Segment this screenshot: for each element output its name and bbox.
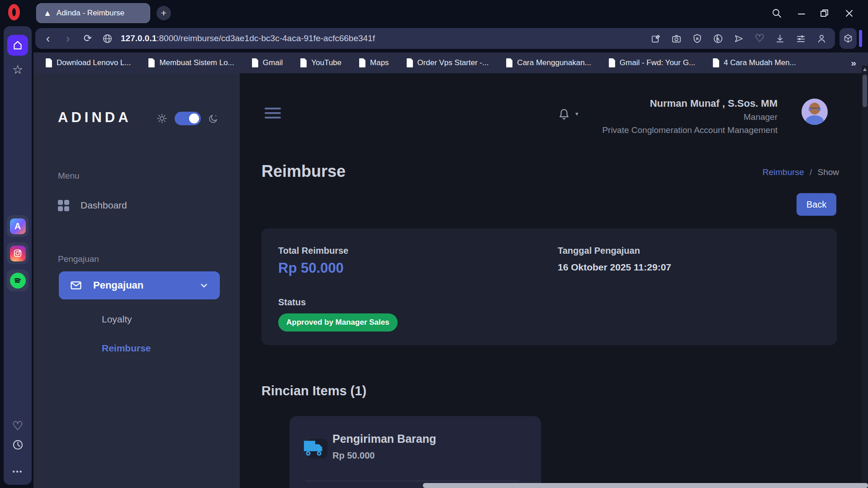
vertical-scrollbar-thumb[interactable]: [863, 75, 867, 107]
bookmark-item[interactable]: Maps: [359, 58, 389, 67]
favorite-heart-icon[interactable]: ♡: [754, 33, 764, 44]
aria-app-icon[interactable]: A: [7, 215, 28, 237]
breadcrumb-separator: /: [810, 167, 812, 177]
tab-title: Adinda - Reimburse: [57, 9, 124, 18]
sidebar-more-ellipsis[interactable]: •••: [4, 468, 32, 476]
item-divider: [305, 481, 519, 481]
new-tab-button[interactable]: +: [157, 6, 171, 20]
theme-toggle-switch[interactable]: [175, 112, 201, 125]
translate-icon[interactable]: [713, 33, 723, 44]
user-organization: Private Conglomeration Account Managemen…: [602, 125, 778, 135]
tab-search-icon[interactable]: [769, 5, 784, 21]
likes-heart-icon[interactable]: ♡: [4, 419, 32, 433]
horizontal-scrollbar-thumb[interactable]: [423, 483, 868, 488]
bookmark-item[interactable]: Membuat Sistem Lo...: [148, 58, 234, 67]
address-bar[interactable]: ‹ › ⟳ 127.0.0.1:8000/reimburse/cd3ae1dc-…: [35, 28, 835, 49]
spotify-logo-icon: [10, 273, 26, 289]
url-path: :8000/reimburse/cd3ae1dc-bc3c-4aca-91fe-…: [157, 33, 375, 43]
dashboard-grid-icon: [58, 200, 69, 211]
avatar-glasses: [809, 108, 821, 111]
opera-sidebar: ☆ A ♡ •••: [4, 26, 32, 485]
reload-icon[interactable]: ⟳: [78, 33, 98, 43]
bookmark-item[interactable]: Download Lenovo L...: [45, 58, 131, 67]
breadcrumb-reimburse-link[interactable]: Reimburse: [763, 167, 804, 177]
back-button[interactable]: Back: [797, 193, 836, 216]
toggle-knob: [189, 114, 199, 123]
sidebar-item-dashboard[interactable]: Dashboard: [58, 200, 127, 211]
user-name: Nurman Munaf , S.Sos. MM: [602, 98, 778, 109]
bookmarks-overflow-chevron[interactable]: »: [851, 57, 856, 68]
back-icon[interactable]: ‹: [38, 33, 58, 44]
envelope-icon: [70, 279, 82, 292]
total-reimburse-label: Total Reimburse: [278, 246, 348, 256]
notifications-caret-icon[interactable]: ▾: [575, 110, 579, 117]
sidebar-item-reimburse[interactable]: Reimburse: [102, 343, 151, 354]
sidebar-collapse-hamburger-icon[interactable]: [265, 108, 281, 118]
status-label: Status: [278, 297, 306, 308]
close-window-button[interactable]: [841, 5, 857, 21]
delivery-truck-icon: [303, 438, 326, 458]
pengajuan-section-label: Pengajuan: [58, 254, 99, 264]
bookmark-item[interactable]: Order Vps Starter -...: [406, 58, 489, 67]
restore-window-button[interactable]: [816, 5, 832, 21]
user-avatar[interactable]: [802, 99, 828, 125]
total-reimburse-value: Rp 50.000: [278, 260, 344, 276]
sidebar-item-pengajuan[interactable]: Pengajuan: [59, 271, 220, 299]
bookmark-label: Maps: [370, 58, 389, 67]
bookmark-item[interactable]: YouTube: [300, 58, 342, 67]
instagram-app-icon[interactable]: [7, 242, 28, 264]
bookmarks-star-icon[interactable]: ☆: [4, 62, 32, 77]
page-title: Reimburse: [261, 162, 346, 181]
user-info[interactable]: Nurman Munaf , S.Sos. MM Manager Private…: [602, 98, 778, 135]
url-text[interactable]: 127.0.0.1:8000/reimburse/cd3ae1dc-bc3c-4…: [121, 33, 375, 43]
tanggal-pengajuan-value: 16 Oktober 2025 11:29:07: [558, 262, 671, 273]
pin-to-pinboard-icon[interactable]: [650, 33, 661, 44]
bookmark-label: Gmail: [263, 58, 283, 67]
url-host: 127.0.0.1: [121, 33, 157, 43]
sidebar-panel-indicator[interactable]: [859, 30, 862, 47]
chevron-down-icon: [199, 280, 209, 290]
bookmark-label: Order Vps Starter -...: [417, 58, 489, 67]
notifications-bell-icon[interactable]: [557, 108, 571, 123]
app-sidebar: ADINDA Menu Dashboard Pengajuan Pengajua…: [33, 73, 240, 488]
adinda-logo[interactable]: ADINDA: [58, 109, 132, 126]
status-badge: Approved by Manager Sales: [278, 313, 398, 332]
browser-topbar: ▲ Adinda - Reimburse +: [0, 0, 868, 26]
menu-section-label: Menu: [58, 171, 80, 181]
tab-favicon-triangle-icon: ▲: [43, 9, 52, 17]
browser-tab[interactable]: ▲ Adinda - Reimburse: [36, 3, 150, 23]
send-to-flow-icon[interactable]: [734, 33, 744, 44]
snapshot-camera-icon[interactable]: [671, 33, 682, 44]
bookmark-item[interactable]: Gmail: [251, 58, 283, 67]
bookmark-label: Membuat Sistem Lo...: [159, 58, 234, 67]
tanggal-pengajuan-label: Tanggal Pengajuan: [558, 246, 640, 256]
speed-dial-home-button[interactable]: [7, 35, 28, 56]
breadcrumb: Reimburse / Show: [763, 167, 839, 177]
scroll-up-arrow-icon[interactable]: [863, 68, 867, 71]
bookmark-item[interactable]: Cara Menggunakan...: [506, 58, 591, 67]
reimburse-summary-card: Total Reimburse Rp 50.000 Tanggal Pengaj…: [261, 228, 837, 345]
sidebar-item-loyalty[interactable]: Loyalty: [102, 314, 132, 325]
opera-logo-icon[interactable]: [8, 4, 20, 20]
minimize-button[interactable]: [794, 5, 809, 21]
extensions-cube-button[interactable]: [840, 28, 857, 49]
download-icon[interactable]: [775, 33, 785, 44]
light-mode-sun-icon[interactable]: [157, 113, 167, 126]
site-globe-icon[interactable]: [102, 33, 113, 44]
vertical-scrollbar[interactable]: [862, 66, 868, 488]
reading-tools-icon[interactable]: [796, 33, 806, 44]
profile-icon[interactable]: [816, 33, 827, 44]
pengajuan-label: Pengajuan: [93, 280, 188, 291]
dashboard-label: Dashboard: [81, 200, 127, 211]
history-clock-icon[interactable]: [4, 439, 32, 451]
browser-window: ▲ Adinda - Reimburse + ‹ › ⟳ 127.0.0.1:8…: [0, 0, 868, 488]
instagram-logo-icon: [10, 246, 26, 261]
dark-mode-moon-icon[interactable]: [208, 113, 219, 126]
bookmark-item[interactable]: 4 Cara Mudah Men...: [712, 58, 796, 67]
forward-icon[interactable]: ›: [58, 33, 78, 44]
adblock-shield-icon[interactable]: [692, 33, 702, 44]
spotify-app-icon[interactable]: [7, 270, 28, 291]
bookmark-item[interactable]: Gmail - Fwd: Your G...: [608, 58, 695, 67]
bookmark-label: Download Lenovo L...: [57, 58, 131, 67]
bookmark-label: Cara Menggunakan...: [517, 58, 591, 67]
